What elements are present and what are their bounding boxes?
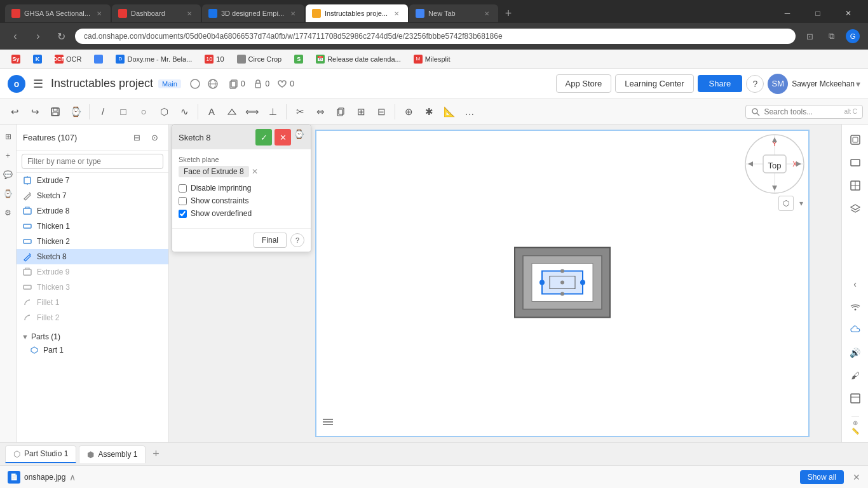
- feature-extrude8[interactable]: Extrude 8: [17, 203, 168, 219]
- tab-dashboard[interactable]: Dashboard ✕: [112, 4, 201, 22]
- forward-button[interactable]: ›: [29, 27, 47, 45]
- bookmark-k[interactable]: K: [28, 53, 47, 65]
- nav-cube-area[interactable]: Y X Top ⬡ ▾: [743, 132, 806, 196]
- parts-section-header[interactable]: ▼ Parts (1): [17, 330, 168, 343]
- back-button[interactable]: ‹: [6, 27, 24, 45]
- tab-assembly[interactable]: ⬢ Assembly 1: [79, 445, 146, 463]
- undo-button[interactable]: ↩: [5, 102, 24, 121]
- header-link-icon[interactable]: [190, 79, 200, 89]
- collapse-all-icon[interactable]: ⊟: [129, 130, 144, 145]
- rs-2d-btn[interactable]: [845, 152, 865, 173]
- like-count-area[interactable]: 0: [277, 79, 294, 89]
- extension-icon[interactable]: ⧉: [822, 27, 840, 45]
- download-chevron-icon[interactable]: ∧: [69, 472, 76, 482]
- rs-layout-btn[interactable]: [845, 388, 865, 409]
- curve-tool[interactable]: ∿: [175, 102, 194, 121]
- save-button[interactable]: [46, 102, 65, 121]
- sketch-plane-remove[interactable]: ✕: [252, 167, 258, 176]
- download-bar-close[interactable]: ✕: [853, 472, 860, 482]
- tab-3d[interactable]: 3D designed Empi... ✕: [202, 4, 304, 22]
- line-tool[interactable]: /: [93, 102, 112, 121]
- hamburger-menu[interactable]: ☰: [31, 74, 46, 93]
- tab-close-dashboard[interactable]: ✕: [184, 8, 194, 18]
- feature-fillet2[interactable]: Fillet 2: [17, 310, 168, 325]
- help-button[interactable]: ?: [746, 75, 764, 93]
- constraint-tool[interactable]: ⊥: [263, 102, 282, 121]
- close-button[interactable]: ✕: [834, 2, 863, 25]
- user-dropdown-icon[interactable]: ▾: [856, 79, 860, 89]
- bookmark-blue[interactable]: [89, 53, 108, 65]
- trim-tool[interactable]: ✂: [290, 102, 309, 121]
- header-globe-icon[interactable]: [208, 79, 218, 89]
- redo-button[interactable]: ↪: [25, 102, 44, 121]
- timeline-icon[interactable]: ⊙: [147, 130, 162, 145]
- rs-collapse-btn[interactable]: ‹: [845, 274, 865, 294]
- tab-newtab[interactable]: New Tab ✕: [409, 4, 498, 22]
- bookmark-release[interactable]: 📅 Release date calenda...: [311, 53, 406, 65]
- measure-tool[interactable]: 📐: [440, 102, 459, 121]
- tab-close-ghsa[interactable]: ✕: [94, 8, 104, 18]
- search-tools[interactable]: alt C: [745, 105, 863, 119]
- feature-sketch8[interactable]: Sketch 8: [17, 249, 168, 264]
- copy-tool[interactable]: [331, 102, 350, 121]
- disable-imprinting-checkbox[interactable]: [179, 184, 187, 193]
- polygon-tool[interactable]: ⬡: [154, 102, 173, 121]
- sketch-ok-button[interactable]: ✓: [255, 129, 272, 146]
- feature-extrude7[interactable]: Extrude 7: [17, 173, 168, 188]
- canvas-list-icon[interactable]: [322, 416, 334, 431]
- mirror-tool[interactable]: ⇔: [311, 102, 330, 121]
- feature-fillet1[interactable]: Fillet 1: [17, 295, 168, 310]
- show-constraints-row[interactable]: Show constraints: [179, 196, 304, 205]
- array-tool[interactable]: ⊞: [351, 102, 370, 121]
- screen-cast-icon[interactable]: ⊡: [801, 27, 818, 45]
- rs-volume-btn[interactable]: 🔊: [845, 342, 865, 363]
- sketch-history-icon[interactable]: ⌚: [294, 129, 304, 146]
- add-feature-btn[interactable]: +: [1, 149, 15, 163]
- rs-ruler-icon[interactable]: 📏: [851, 428, 859, 435]
- tab-close-instructables[interactable]: ✕: [391, 8, 402, 18]
- 3d-tool[interactable]: [222, 102, 241, 121]
- convert-tool[interactable]: ⊕: [399, 102, 418, 121]
- bookmark-10[interactable]: 10 10: [200, 53, 229, 65]
- share-button[interactable]: Share: [698, 75, 743, 92]
- show-overdefined-checkbox[interactable]: [179, 210, 187, 218]
- url-bar[interactable]: cad.onshape.com/documents/05d0e0b4a68066…: [75, 29, 796, 44]
- view-cube-btn[interactable]: ⬡: [778, 196, 794, 211]
- sketch-viewport[interactable]: [315, 130, 810, 437]
- disable-imprinting-row[interactable]: Disable imprinting: [179, 184, 304, 193]
- reload-button[interactable]: ↻: [52, 27, 70, 45]
- history-panel-btn[interactable]: ⌚: [1, 187, 15, 201]
- bookmark-sy[interactable]: Sy: [6, 53, 25, 65]
- pattern-tool[interactable]: ⊟: [372, 102, 391, 121]
- download-item-onshape[interactable]: 📄 onshape.jpg ∧: [8, 471, 76, 484]
- feature-extrude9[interactable]: Extrude 9: [17, 264, 168, 280]
- circle-tool[interactable]: ○: [134, 102, 153, 121]
- feature-sketch7[interactable]: Sketch 7: [17, 188, 168, 203]
- feature-thicken1[interactable]: Thicken 1: [17, 219, 168, 234]
- feature-thicken3[interactable]: Thicken 3: [17, 280, 168, 295]
- add-tab-button[interactable]: +: [148, 447, 163, 462]
- rs-grid-btn[interactable]: [845, 175, 865, 196]
- learning-center-button[interactable]: Learning Center: [615, 74, 693, 93]
- show-all-button[interactable]: Show all: [800, 470, 844, 484]
- bookmark-milesplit[interactable]: M Milesplit: [409, 53, 456, 65]
- extra-tool[interactable]: …: [460, 102, 479, 121]
- part1-item[interactable]: Part 1: [17, 343, 168, 357]
- maximize-button[interactable]: □: [803, 2, 832, 25]
- new-tab-button[interactable]: +: [499, 4, 517, 22]
- rectangle-tool[interactable]: □: [114, 102, 133, 121]
- dimension-tool[interactable]: ⟺: [243, 102, 262, 121]
- bookmark-ocr[interactable]: OCR OCR: [50, 53, 86, 65]
- tab-close-newtab[interactable]: ✕: [482, 8, 492, 18]
- feature-thicken2[interactable]: Thicken 2: [17, 234, 168, 249]
- bookmark-s[interactable]: S: [289, 53, 308, 65]
- minimize-button[interactable]: ─: [773, 2, 802, 25]
- bookmark-circe[interactable]: Circe Crop: [232, 53, 287, 65]
- view-dropdown-btn[interactable]: ▾: [796, 196, 806, 211]
- onshape-logo[interactable]: o: [8, 75, 25, 93]
- comments-btn[interactable]: 💬: [1, 168, 15, 182]
- app-store-button[interactable]: App Store: [556, 74, 612, 93]
- tab-ghsa[interactable]: GHSA 5A Sectional... ✕: [5, 4, 111, 22]
- tab-close-3d[interactable]: ✕: [288, 8, 298, 18]
- show-overdefined-row[interactable]: Show overdefined: [179, 209, 304, 218]
